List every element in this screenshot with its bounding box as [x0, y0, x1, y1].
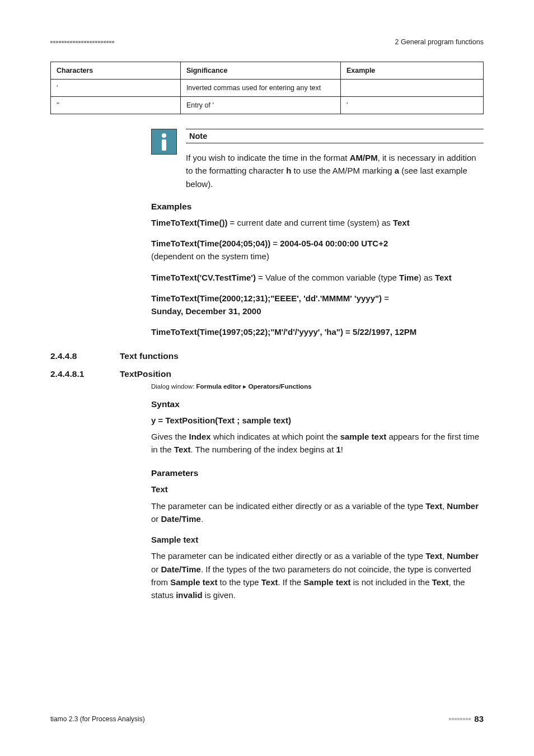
- parameters-section: Parameters Text The parameter can be ind…: [151, 468, 484, 601]
- syntax-line: y = TextPosition(Text ; sample text): [151, 414, 484, 427]
- col-characters: Characters: [51, 62, 181, 80]
- footer-decoration: [449, 718, 471, 720]
- section-heading: 2.4.4.8 Text functions: [50, 351, 484, 361]
- page-number: 83: [474, 714, 484, 724]
- cell-example: ': [340, 97, 483, 114]
- subsection-title: TextPosition: [120, 369, 171, 379]
- example-line: TimeToText(Time(2000;12;31);"EEEE', 'dd'…: [151, 292, 484, 318]
- example-line: TimeToText(Time(2004;05;04)) = 2004-05-0…: [151, 237, 484, 263]
- syntax-section: Syntax y = TextPosition(Text ; sample te…: [151, 399, 484, 456]
- table-header-row: Characters Significance Example: [51, 62, 484, 80]
- cell-char: '': [51, 97, 181, 114]
- example-line: TimeToText(Time(1997;05;22);"M'/'d'/'yyy…: [151, 325, 484, 338]
- section-number: 2.4.4.8: [50, 351, 106, 361]
- page-header: 2 General program functions: [50, 38, 484, 46]
- dialog-path: Dialog window: Formula editor ▸ Operator…: [151, 382, 484, 390]
- example-line: TimeToText(Time()) = current date and cu…: [151, 216, 484, 229]
- param-desc: The parameter can be indicated either di…: [151, 549, 484, 601]
- info-icon: [151, 129, 177, 155]
- breadcrumb: 2 General program functions: [395, 38, 484, 46]
- syntax-heading: Syntax: [151, 399, 484, 409]
- section-title: Text functions: [120, 351, 179, 361]
- col-example: Example: [340, 62, 483, 80]
- subsection-number: 2.4.4.8.1: [50, 369, 106, 379]
- examples-heading: Examples: [151, 202, 484, 212]
- subsection-heading: 2.4.4.8.1 TextPosition: [50, 369, 484, 379]
- cell-example: [340, 80, 483, 97]
- note-box: Note If you wish to indicate the time in…: [151, 129, 484, 190]
- cell-significance: Entry of ': [180, 97, 340, 114]
- param-name: Text: [151, 483, 484, 496]
- page-footer: tiamo 2.3 (for Process Analysis) 83: [50, 714, 484, 724]
- parameters-heading: Parameters: [151, 468, 484, 478]
- examples-section: Examples TimeToText(Time()) = current da…: [151, 202, 484, 339]
- footer-left: tiamo 2.3 (for Process Analysis): [50, 715, 145, 723]
- example-line: TimeToText('CV.TestTime') = Value of the…: [151, 271, 484, 284]
- param-name: Sample text: [151, 533, 484, 546]
- col-significance: Significance: [180, 62, 340, 80]
- cell-char: ': [51, 80, 181, 97]
- cell-significance: Inverted commas used for entering any te…: [180, 80, 340, 97]
- note-text: If you wish to indicate the time in the …: [186, 151, 484, 190]
- header-decoration: [50, 41, 114, 43]
- table-row: ' Inverted commas used for entering any …: [51, 80, 484, 97]
- syntax-desc: Gives the Index which indicates at which…: [151, 430, 484, 456]
- note-title: Note: [186, 132, 207, 141]
- param-desc: The parameter can be indicated either di…: [151, 500, 484, 526]
- table-row: '' Entry of ' ': [51, 97, 484, 114]
- characters-table: Characters Significance Example ' Invert…: [50, 62, 484, 114]
